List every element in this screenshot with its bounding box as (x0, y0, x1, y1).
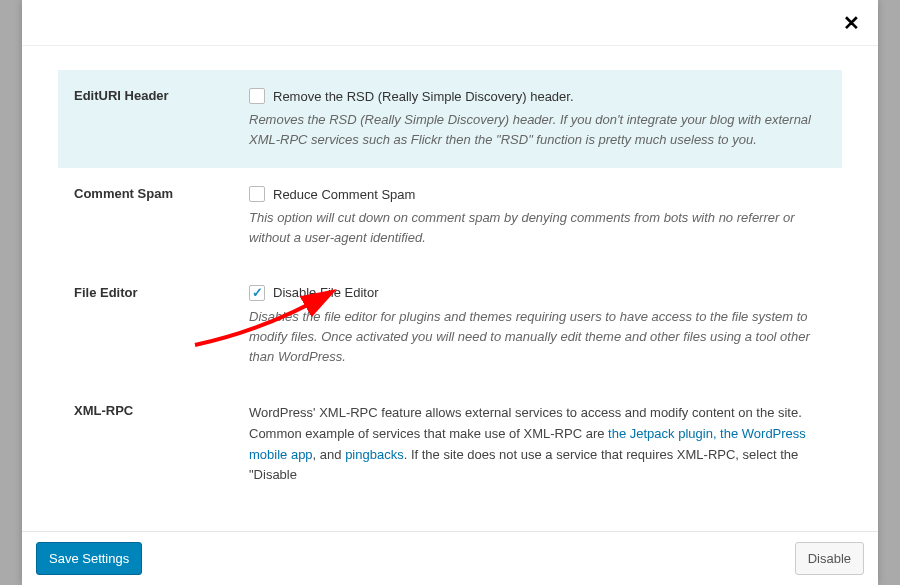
description-xmlrpc: WordPress' XML-RPC feature allows extern… (249, 403, 826, 486)
close-icon[interactable]: ✕ (843, 13, 860, 33)
section-label-comment-spam: Comment Spam (74, 186, 249, 248)
modal-header: ✕ (22, 0, 878, 46)
checkbox-label-reduce-spam[interactable]: Reduce Comment Spam (273, 187, 415, 202)
save-settings-button[interactable]: Save Settings (36, 542, 142, 576)
checkbox-reduce-spam[interactable] (249, 186, 265, 202)
section-edituri: EditURI Header Remove the RSD (Really Si… (58, 70, 842, 168)
disable-button[interactable]: Disable (795, 542, 864, 576)
settings-modal: ✕ EditURI Header Remove the RSD (Really … (22, 0, 878, 585)
section-label-xmlrpc: XML-RPC (74, 403, 249, 486)
modal-footer: Save Settings Disable (22, 531, 878, 586)
modal-body[interactable]: EditURI Header Remove the RSD (Really Si… (22, 46, 878, 531)
section-file-editor: File Editor Disable File Editor Disables… (58, 267, 842, 385)
section-comment-spam: Comment Spam Reduce Comment Spam This op… (58, 168, 842, 266)
section-label-file-editor: File Editor (74, 285, 249, 367)
xmlrpc-text-mid: , and (313, 447, 346, 462)
link-pingbacks[interactable]: pingbacks (345, 447, 404, 462)
section-label-edituri: EditURI Header (74, 88, 249, 150)
checkbox-disable-file-editor[interactable] (249, 285, 265, 301)
description-comment-spam: This option will cut down on comment spa… (249, 208, 826, 248)
description-edituri: Removes the RSD (Really Simple Discovery… (249, 110, 826, 150)
section-xmlrpc: XML-RPC WordPress' XML-RPC feature allow… (58, 385, 842, 504)
checkbox-remove-rsd[interactable] (249, 88, 265, 104)
description-file-editor: Disables the file editor for plugins and… (249, 307, 826, 367)
checkbox-label-remove-rsd[interactable]: Remove the RSD (Really Simple Discovery)… (273, 89, 574, 104)
checkbox-label-disable-file-editor[interactable]: Disable File Editor (273, 285, 379, 300)
